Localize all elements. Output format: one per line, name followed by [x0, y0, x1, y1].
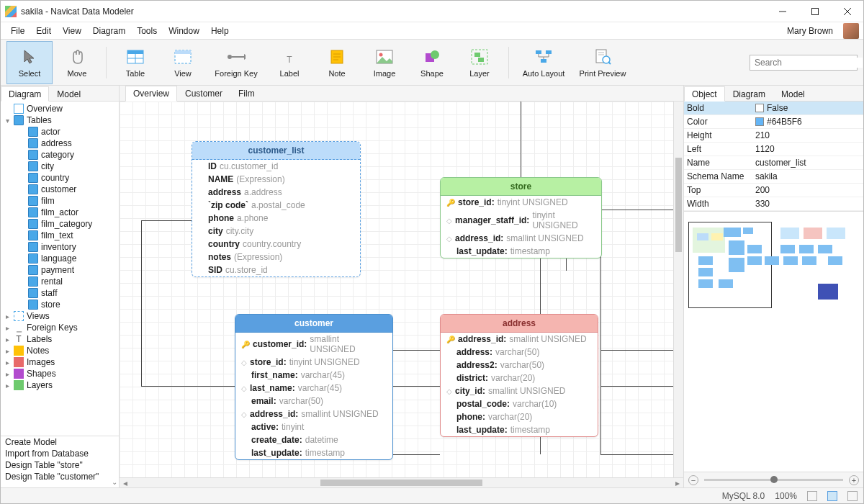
- prop-top[interactable]: Top200: [684, 184, 863, 197]
- view-mode-3-button[interactable]: [847, 491, 858, 501]
- tool-select[interactable]: Select: [6, 41, 53, 84]
- menu-file[interactable]: File: [5, 24, 30, 38]
- entity-customer-list[interactable]: customer_list ID cu.customer_idNAME (Exp…: [192, 141, 361, 277]
- prop-color[interactable]: Color#64B5F6: [684, 115, 863, 129]
- tool-label[interactable]: T Label: [266, 41, 312, 84]
- vertical-scrollbar[interactable]: [673, 102, 683, 477]
- entity-column[interactable]: NAME (Expression): [192, 173, 360, 186]
- tree-overview[interactable]: Overview: [2, 103, 117, 114]
- entity-column[interactable]: create_date: datetime: [235, 433, 392, 446]
- entity-column[interactable]: notes (Expression): [192, 251, 360, 264]
- tree-foreign-keys[interactable]: ▸⎯Foreign Keys: [2, 322, 117, 333]
- chevron-right-icon[interactable]: ▸: [4, 312, 11, 320]
- tree-table-language[interactable]: language: [2, 253, 117, 264]
- menu-edit[interactable]: Edit: [30, 24, 57, 38]
- entity-store[interactable]: store 🔑store_id: tinyint UNSIGNED◇manage…: [440, 177, 602, 258]
- entity-customer[interactable]: customer 🔑customer_id: smallint UNSIGNED…: [235, 314, 393, 460]
- entity-column[interactable]: first_name: varchar(45): [235, 369, 392, 382]
- tool-layer[interactable]: Layer: [456, 41, 503, 84]
- history-item[interactable]: Import from Database: [1, 448, 119, 459]
- canvas-tab-film[interactable]: Film: [230, 86, 263, 102]
- tool-shape[interactable]: Shape: [409, 41, 455, 84]
- history-item[interactable]: Create Model: [1, 436, 119, 448]
- tool-view[interactable]: View: [160, 41, 206, 84]
- tree-layers[interactable]: ▸Layers: [2, 379, 117, 391]
- prop-height[interactable]: Height210: [684, 129, 863, 143]
- history-item[interactable]: Design Table "store": [1, 459, 119, 471]
- chevron-down-icon[interactable]: ▾: [4, 117, 11, 125]
- entity-column[interactable]: ◇address_id: smallint UNSIGNED: [441, 232, 601, 245]
- tree-labels[interactable]: ▸TLabels: [2, 333, 117, 345]
- tool-foreign-key[interactable]: Foreign Key: [207, 41, 265, 84]
- object-tree[interactable]: Overview ▾Tables actoraddresscategorycit…: [1, 102, 119, 436]
- chevron-right-icon[interactable]: ▸: [4, 370, 11, 378]
- tree-table-staff[interactable]: staff: [2, 287, 117, 299]
- zoom-slider[interactable]: [704, 479, 843, 481]
- tool-image[interactable]: Image: [361, 41, 408, 84]
- tree-views[interactable]: ▸Views: [2, 310, 117, 322]
- entity-column[interactable]: phone: varchar(20): [441, 410, 598, 423]
- entity-column[interactable]: last_update: timestamp: [235, 446, 392, 459]
- canvas-tab-customer[interactable]: Customer: [177, 86, 230, 102]
- entity-column[interactable]: district: varchar(20): [441, 372, 598, 384]
- tree-table-country[interactable]: country: [2, 172, 117, 184]
- chevron-right-icon[interactable]: ▸: [4, 324, 11, 332]
- entity-column[interactable]: city city.city: [192, 225, 360, 238]
- entity-column[interactable]: ID cu.customer_id: [192, 160, 360, 173]
- maximize-button[interactable]: [798, 1, 831, 22]
- zoom-in-button[interactable]: +: [849, 475, 859, 485]
- tree-table-customer[interactable]: customer: [2, 184, 117, 195]
- history-list[interactable]: Create Model Import from Database Design…: [1, 436, 119, 487]
- entity-column[interactable]: ◇store_id: tinyint UNSIGNED: [235, 356, 392, 369]
- prop-schema[interactable]: Schema Namesakila: [684, 170, 863, 184]
- chevron-right-icon[interactable]: ▸: [4, 359, 11, 366]
- tree-table-film_category[interactable]: film_category: [2, 218, 117, 230]
- menu-help[interactable]: Help: [205, 24, 235, 38]
- right-tab-object[interactable]: Object: [684, 86, 725, 102]
- entity-column[interactable]: country country.country: [192, 238, 360, 251]
- tool-move[interactable]: Move: [54, 41, 100, 84]
- scroll-thumb[interactable]: [675, 158, 682, 252]
- entity-address[interactable]: address 🔑address_id: smallint UNSIGNEDad…: [440, 314, 598, 437]
- tree-table-film[interactable]: film: [2, 195, 117, 207]
- menu-diagram[interactable]: Diagram: [87, 24, 131, 38]
- entity-column[interactable]: 🔑customer_id: smallint UNSIGNED: [235, 333, 392, 356]
- entity-column[interactable]: address: varchar(50): [441, 346, 598, 359]
- entity-column[interactable]: ◇city_id: smallint UNSIGNED: [441, 384, 598, 397]
- scroll-right-icon[interactable]: ▸: [672, 478, 683, 487]
- entity-column[interactable]: active: tinyint: [235, 420, 392, 433]
- tree-table-actor[interactable]: actor: [2, 126, 117, 138]
- entity-column[interactable]: ◇last_name: varchar(45): [235, 382, 392, 395]
- chevron-right-icon[interactable]: ▸: [4, 336, 11, 343]
- zoom-out-button[interactable]: −: [688, 475, 698, 485]
- tree-images[interactable]: ▸Images: [2, 356, 117, 368]
- entity-column[interactable]: ◇manager_staff_id: tinyint UNSIGNED: [441, 209, 601, 232]
- chevron-down-icon[interactable]: ⌄: [112, 478, 117, 486]
- entity-column[interactable]: postal_code: varchar(10): [441, 397, 598, 410]
- entity-column[interactable]: email: varchar(50): [235, 395, 392, 408]
- history-item[interactable]: Design Table "customer": [1, 471, 119, 482]
- tool-table[interactable]: Table: [112, 41, 158, 84]
- tree-shapes[interactable]: ▸Shapes: [2, 368, 117, 379]
- tree-table-inventory[interactable]: inventory: [2, 241, 117, 253]
- tool-print-preview[interactable]: Print Preview: [574, 41, 631, 84]
- view-mode-2-button[interactable]: [827, 491, 837, 501]
- diagram-canvas[interactable]: customer_list ID cu.customer_idNAME (Exp…: [120, 102, 683, 487]
- prop-bold[interactable]: BoldFalse: [684, 102, 863, 115]
- search-box[interactable]: [750, 55, 858, 71]
- avatar[interactable]: [843, 23, 859, 39]
- tree-table-category[interactable]: category: [2, 149, 117, 161]
- prop-name[interactable]: Namecustomer_list: [684, 156, 863, 170]
- checkbox-icon[interactable]: [755, 104, 764, 112]
- tree-table-film_text[interactable]: film_text: [2, 230, 117, 241]
- right-tab-diagram[interactable]: Diagram: [725, 86, 773, 102]
- tree-tables[interactable]: ▾Tables: [2, 114, 117, 126]
- entity-column[interactable]: `zip code` a.postal_code: [192, 199, 360, 212]
- canvas-tab-overview[interactable]: Overview: [125, 86, 177, 102]
- horizontal-scrollbar[interactable]: ◂ ▸: [120, 477, 683, 487]
- tree-table-city[interactable]: city: [2, 161, 117, 172]
- tree-table-payment[interactable]: payment: [2, 264, 117, 276]
- user-name[interactable]: Mary Brown: [781, 24, 839, 38]
- menu-tools[interactable]: Tools: [131, 24, 163, 38]
- close-button[interactable]: [831, 1, 863, 22]
